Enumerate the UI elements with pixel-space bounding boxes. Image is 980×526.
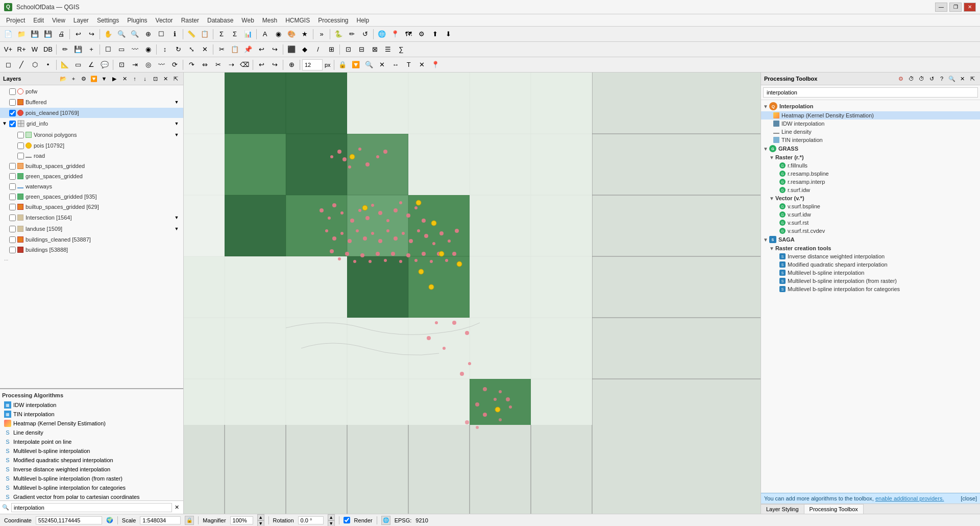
toolbox-search-input[interactable]: [763, 87, 978, 98]
layer-item[interactable]: green_spaces_gridded [935]: [0, 192, 183, 202]
simplify-button[interactable]: 〰: [155, 59, 167, 71]
layer-item[interactable]: Buffered ▼: [0, 97, 183, 108]
python-button[interactable]: 🐍: [332, 28, 345, 40]
menu-view[interactable]: View: [48, 16, 69, 25]
layer-filter-button[interactable]: ▼: [172, 119, 181, 128]
cross-button[interactable]: ✕: [376, 59, 388, 71]
layer-item[interactable]: waterways: [0, 181, 183, 192]
tree-group-header-interpolation[interactable]: ▼ Q Interpolation: [761, 101, 980, 111]
redo-button[interactable]: ↪: [85, 28, 97, 40]
tree-item-rfillnulls[interactable]: G r.fillnulls: [767, 161, 980, 170]
reshape-button[interactable]: ⟳: [168, 59, 181, 71]
extend-button[interactable]: ⇢: [225, 59, 237, 71]
field-calc-button[interactable]: ∑: [395, 43, 407, 56]
layer-item[interactable]: road: [8, 151, 183, 161]
grass-raster-header[interactable]: ▼ Raster (r.*): [767, 153, 980, 161]
rotation-up-button[interactable]: ▲: [328, 514, 335, 520]
algo-item[interactable]: S Interpolate point on line: [2, 437, 181, 446]
cut-features-button[interactable]: ✂: [215, 43, 228, 56]
menu-hcmgis[interactable]: HCMGIS: [281, 16, 314, 25]
add-group-button[interactable]: +: [69, 74, 78, 83]
pan-button[interactable]: ✋: [102, 28, 114, 40]
sum-button[interactable]: Σ: [229, 28, 241, 40]
add-raster-button[interactable]: R+: [15, 43, 28, 56]
menu-settings[interactable]: Settings: [93, 16, 123, 25]
delete-selected-button[interactable]: ✕: [199, 43, 211, 56]
minimize-button[interactable]: —: [935, 3, 947, 12]
select-freehand-button[interactable]: 〰: [129, 43, 141, 56]
filter-layers-button[interactable]: 🔽: [89, 74, 99, 83]
statistics-button[interactable]: Σ: [215, 28, 228, 40]
split-button[interactable]: /: [312, 43, 324, 56]
layer-checkbox[interactable]: [9, 173, 16, 180]
magnifier-up-button[interactable]: ▲: [257, 514, 264, 520]
toolbox-recent-button[interactable]: ⏱: [917, 74, 926, 83]
rotation-input[interactable]: [298, 516, 324, 524]
layer-checkbox[interactable]: [9, 99, 16, 106]
tree-group-header-grass[interactable]: ▼ G GRASS: [761, 144, 980, 153]
algo-item[interactable]: S Inverse distance weighted interpolatio…: [2, 465, 181, 474]
map-tips-button[interactable]: 🗺: [402, 28, 414, 40]
close-button[interactable]: ✕: [964, 3, 976, 12]
layer-item[interactable]: builtup_spaces_gridded: [0, 161, 183, 171]
arrows-button[interactable]: ↔: [389, 59, 402, 71]
settings2-button[interactable]: ⚙: [415, 28, 428, 40]
tree-item-mlbsi-raster[interactable]: S Multilevel b-spline interpolation (fro…: [767, 277, 980, 285]
add-vector-button[interactable]: V+: [2, 43, 14, 56]
text-button[interactable]: T: [403, 59, 415, 71]
measure-area-button[interactable]: ▭: [72, 59, 84, 71]
move-down-button[interactable]: ↓: [140, 74, 150, 83]
layer-checkbox[interactable]: [9, 247, 16, 253]
move-up-button[interactable]: ↑: [130, 74, 139, 83]
select-radius-button[interactable]: ◉: [142, 43, 154, 56]
open-table-button[interactable]: 📋: [199, 28, 211, 40]
layer-filter-button[interactable]: ▼: [172, 130, 181, 139]
open-project-button[interactable]: 📁: [15, 28, 28, 40]
menu-vector[interactable]: Vector: [152, 16, 177, 25]
redo2-button[interactable]: ↪: [268, 43, 281, 56]
magnifier-down-button[interactable]: ▼: [257, 520, 264, 527]
node-tool-button[interactable]: ◆: [299, 43, 311, 56]
scale-input[interactable]: [140, 516, 181, 524]
menu-help[interactable]: Help: [353, 16, 374, 25]
toolbox-float-button[interactable]: ⇱: [968, 74, 977, 83]
menu-web[interactable]: Web: [237, 16, 258, 25]
layer-checkbox[interactable]: [9, 194, 16, 200]
trim-button[interactable]: ✂: [212, 59, 224, 71]
layer-item[interactable]: Voronoi polygons ▼: [8, 129, 183, 140]
tree-item-rresampinterp[interactable]: G r.resamp.interp: [767, 178, 980, 186]
menu-project[interactable]: Project: [2, 16, 29, 25]
zoom-full-button[interactable]: ⊕: [142, 28, 154, 40]
magnifier-input[interactable]: [230, 516, 253, 524]
add-db-button[interactable]: DB: [42, 43, 54, 56]
layer-item[interactable]: ▼ grid_info ▼: [0, 118, 183, 129]
remove-layer-button[interactable]: ✕: [120, 74, 129, 83]
paste-features-button[interactable]: 📌: [242, 43, 254, 56]
map-area[interactable]: [184, 73, 761, 514]
buffer2-button[interactable]: ◎: [142, 59, 154, 71]
layer-item[interactable]: landuse [1509] ▼: [0, 223, 183, 234]
layer-checkbox[interactable]: [9, 214, 16, 221]
tree-item-mqsi[interactable]: S Modified quadratic shepard interpolati…: [767, 260, 980, 269]
annotation-button[interactable]: 💬: [99, 59, 111, 71]
rotation-down-button[interactable]: ▼: [328, 520, 335, 527]
lock-scale-button[interactable]: 🔒: [185, 516, 194, 525]
layer-checkbox[interactable]: [9, 110, 16, 116]
undo-button[interactable]: ↩: [72, 28, 84, 40]
offset-button[interactable]: ⇥: [129, 59, 141, 71]
save-as-button[interactable]: 💾: [42, 28, 54, 40]
deselect-button[interactable]: ☐: [102, 43, 114, 56]
menu-processing[interactable]: Processing: [314, 16, 352, 25]
layer-checkbox[interactable]: [17, 132, 24, 138]
tree-item-heatmap[interactable]: Heatmap (Kernel Density Estimation): [761, 111, 980, 119]
menu-mesh[interactable]: Mesh: [258, 16, 281, 25]
import-button[interactable]: ⬇: [442, 28, 454, 40]
layer-item[interactable]: buildings [53888]: [0, 245, 183, 255]
layer-item[interactable]: Intersection [1564] ▼: [0, 212, 183, 223]
move-feature-button[interactable]: ↕: [159, 43, 171, 56]
coordinate-input[interactable]: [36, 516, 102, 524]
snap-button[interactable]: ⊡: [342, 43, 354, 56]
toolbox-refresh-button[interactable]: ↺: [927, 74, 936, 83]
chart-button[interactable]: 📊: [242, 28, 254, 40]
rotate-point-button[interactable]: ↷: [185, 59, 198, 71]
